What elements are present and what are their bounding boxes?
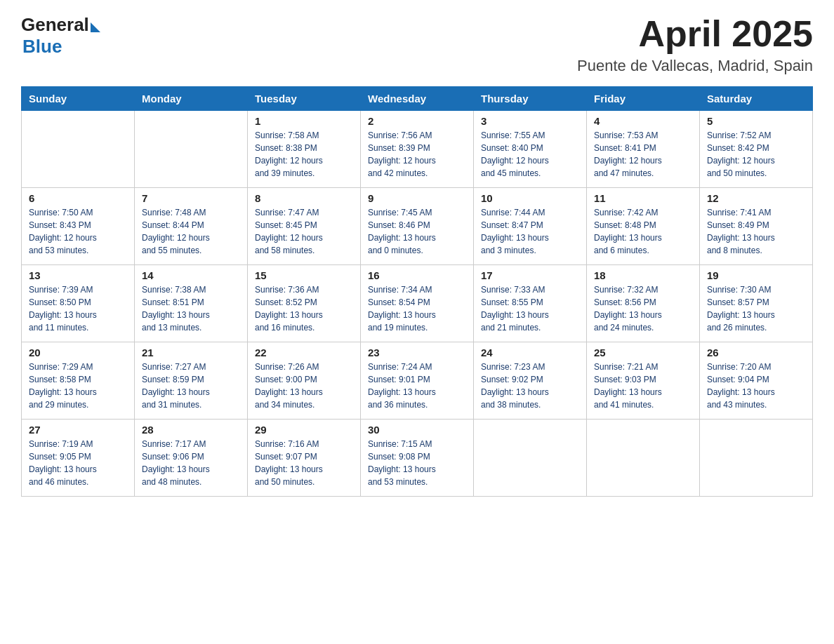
col-header-tuesday: Tuesday: [248, 87, 361, 111]
col-header-saturday: Saturday: [700, 87, 813, 111]
col-header-monday: Monday: [135, 87, 248, 111]
day-detail: Sunrise: 7:19 AM Sunset: 9:05 PM Dayligh…: [29, 438, 127, 488]
col-header-wednesday: Wednesday: [361, 87, 474, 111]
day-number: 20: [29, 347, 127, 358]
calendar-week-5: 27Sunrise: 7:19 AM Sunset: 9:05 PM Dayli…: [22, 420, 813, 497]
day-detail: Sunrise: 7:16 AM Sunset: 9:07 PM Dayligh…: [255, 438, 353, 488]
day-detail: Sunrise: 7:32 AM Sunset: 8:56 PM Dayligh…: [594, 283, 692, 334]
col-header-friday: Friday: [587, 87, 700, 111]
day-detail: Sunrise: 7:23 AM Sunset: 9:02 PM Dayligh…: [481, 361, 579, 411]
logo: General Blue: [21, 14, 100, 58]
col-header-sunday: Sunday: [22, 87, 135, 111]
calendar-cell-5-2: 28Sunrise: 7:17 AM Sunset: 9:06 PM Dayli…: [135, 420, 248, 497]
logo-blue-text: Blue: [22, 36, 62, 58]
day-number: 6: [29, 192, 127, 204]
day-number: 2: [368, 115, 466, 127]
calendar-cell-2-4: 9Sunrise: 7:45 AM Sunset: 8:46 PM Daylig…: [361, 188, 474, 265]
day-detail: Sunrise: 7:30 AM Sunset: 8:57 PM Dayligh…: [707, 283, 805, 334]
col-header-thursday: Thursday: [474, 87, 587, 111]
calendar-cell-3-6: 18Sunrise: 7:32 AM Sunset: 8:56 PM Dayli…: [587, 265, 700, 342]
calendar-week-2: 6Sunrise: 7:50 AM Sunset: 8:43 PM Daylig…: [22, 188, 813, 265]
day-number: 3: [481, 115, 579, 127]
calendar-cell-5-4: 30Sunrise: 7:15 AM Sunset: 9:08 PM Dayli…: [361, 420, 474, 497]
day-detail: Sunrise: 7:56 AM Sunset: 8:39 PM Dayligh…: [368, 129, 466, 180]
day-number: 25: [594, 347, 692, 358]
calendar-header-row: SundayMondayTuesdayWednesdayThursdayFrid…: [22, 87, 813, 111]
day-number: 29: [255, 424, 353, 436]
day-detail: Sunrise: 7:53 AM Sunset: 8:41 PM Dayligh…: [594, 129, 692, 180]
day-number: 28: [142, 424, 240, 436]
day-number: 30: [368, 424, 466, 436]
day-detail: Sunrise: 7:26 AM Sunset: 9:00 PM Dayligh…: [255, 361, 353, 411]
calendar-cell-4-5: 24Sunrise: 7:23 AM Sunset: 9:02 PM Dayli…: [474, 342, 587, 420]
day-number: 24: [481, 347, 579, 358]
logo-general-text: General: [21, 14, 89, 36]
day-detail: Sunrise: 7:52 AM Sunset: 8:42 PM Dayligh…: [707, 129, 805, 180]
day-number: 27: [29, 424, 127, 436]
day-number: 18: [594, 269, 692, 281]
calendar-cell-5-5: [474, 420, 587, 497]
calendar-cell-1-7: 5Sunrise: 7:52 AM Sunset: 8:42 PM Daylig…: [700, 111, 813, 188]
calendar-cell-5-1: 27Sunrise: 7:19 AM Sunset: 9:05 PM Dayli…: [22, 420, 135, 497]
day-detail: Sunrise: 7:36 AM Sunset: 8:52 PM Dayligh…: [255, 283, 353, 334]
calendar-cell-4-2: 21Sunrise: 7:27 AM Sunset: 8:59 PM Dayli…: [135, 342, 248, 420]
day-number: 11: [594, 192, 692, 204]
calendar-week-4: 20Sunrise: 7:29 AM Sunset: 8:58 PM Dayli…: [22, 342, 813, 420]
calendar-cell-4-1: 20Sunrise: 7:29 AM Sunset: 8:58 PM Dayli…: [22, 342, 135, 420]
day-detail: Sunrise: 7:24 AM Sunset: 9:01 PM Dayligh…: [368, 361, 466, 411]
calendar-cell-2-3: 8Sunrise: 7:47 AM Sunset: 8:45 PM Daylig…: [248, 188, 361, 265]
day-number: 1: [255, 115, 353, 127]
location-title: Puente de Vallecas, Madrid, Spain: [577, 57, 813, 75]
day-number: 8: [255, 192, 353, 204]
calendar-table: SundayMondayTuesdayWednesdayThursdayFrid…: [21, 86, 813, 497]
day-number: 14: [142, 269, 240, 281]
calendar-cell-2-6: 11Sunrise: 7:42 AM Sunset: 8:48 PM Dayli…: [587, 188, 700, 265]
day-number: 12: [707, 192, 805, 204]
day-detail: Sunrise: 7:39 AM Sunset: 8:50 PM Dayligh…: [29, 283, 127, 334]
day-detail: Sunrise: 7:21 AM Sunset: 9:03 PM Dayligh…: [594, 361, 692, 411]
day-number: 21: [142, 347, 240, 358]
calendar-week-1: 1Sunrise: 7:58 AM Sunset: 8:38 PM Daylig…: [22, 111, 813, 188]
day-number: 22: [255, 347, 353, 358]
day-number: 5: [707, 115, 805, 127]
calendar-cell-1-4: 2Sunrise: 7:56 AM Sunset: 8:39 PM Daylig…: [361, 111, 474, 188]
calendar-cell-3-2: 14Sunrise: 7:38 AM Sunset: 8:51 PM Dayli…: [135, 265, 248, 342]
calendar-cell-1-6: 4Sunrise: 7:53 AM Sunset: 8:41 PM Daylig…: [587, 111, 700, 188]
calendar-cell-4-4: 23Sunrise: 7:24 AM Sunset: 9:01 PM Dayli…: [361, 342, 474, 420]
day-detail: Sunrise: 7:50 AM Sunset: 8:43 PM Dayligh…: [29, 206, 127, 257]
calendar-cell-2-2: 7Sunrise: 7:48 AM Sunset: 8:44 PM Daylig…: [135, 188, 248, 265]
day-detail: Sunrise: 7:17 AM Sunset: 9:06 PM Dayligh…: [142, 438, 240, 488]
day-number: 13: [29, 269, 127, 281]
day-number: 19: [707, 269, 805, 281]
day-number: 4: [594, 115, 692, 127]
day-detail: Sunrise: 7:42 AM Sunset: 8:48 PM Dayligh…: [594, 206, 692, 257]
day-number: 16: [368, 269, 466, 281]
day-detail: Sunrise: 7:15 AM Sunset: 9:08 PM Dayligh…: [368, 438, 466, 488]
day-number: 23: [368, 347, 466, 358]
day-detail: Sunrise: 7:45 AM Sunset: 8:46 PM Dayligh…: [368, 206, 466, 257]
logo-arrow-icon: [91, 22, 100, 32]
calendar-cell-4-7: 26Sunrise: 7:20 AM Sunset: 9:04 PM Dayli…: [700, 342, 813, 420]
day-detail: Sunrise: 7:33 AM Sunset: 8:55 PM Dayligh…: [481, 283, 579, 334]
calendar-cell-2-1: 6Sunrise: 7:50 AM Sunset: 8:43 PM Daylig…: [22, 188, 135, 265]
day-detail: Sunrise: 7:58 AM Sunset: 8:38 PM Dayligh…: [255, 129, 353, 180]
day-detail: Sunrise: 7:47 AM Sunset: 8:45 PM Dayligh…: [255, 206, 353, 257]
day-detail: Sunrise: 7:20 AM Sunset: 9:04 PM Dayligh…: [707, 361, 805, 411]
day-number: 7: [142, 192, 240, 204]
calendar-cell-1-3: 1Sunrise: 7:58 AM Sunset: 8:38 PM Daylig…: [248, 111, 361, 188]
calendar-cell-3-4: 16Sunrise: 7:34 AM Sunset: 8:54 PM Dayli…: [361, 265, 474, 342]
calendar-cell-1-2: [135, 111, 248, 188]
title-block: April 2025 Puente de Vallecas, Madrid, S…: [577, 14, 813, 75]
day-number: 10: [481, 192, 579, 204]
calendar-cell-2-5: 10Sunrise: 7:44 AM Sunset: 8:47 PM Dayli…: [474, 188, 587, 265]
calendar-cell-5-7: [700, 420, 813, 497]
calendar-cell-3-3: 15Sunrise: 7:36 AM Sunset: 8:52 PM Dayli…: [248, 265, 361, 342]
day-number: 15: [255, 269, 353, 281]
calendar-cell-5-6: [587, 420, 700, 497]
calendar-cell-1-1: [22, 111, 135, 188]
day-detail: Sunrise: 7:55 AM Sunset: 8:40 PM Dayligh…: [481, 129, 579, 180]
day-detail: Sunrise: 7:44 AM Sunset: 8:47 PM Dayligh…: [481, 206, 579, 257]
month-title: April 2025: [577, 14, 813, 54]
day-detail: Sunrise: 7:29 AM Sunset: 8:58 PM Dayligh…: [29, 361, 127, 411]
calendar-cell-4-6: 25Sunrise: 7:21 AM Sunset: 9:03 PM Dayli…: [587, 342, 700, 420]
